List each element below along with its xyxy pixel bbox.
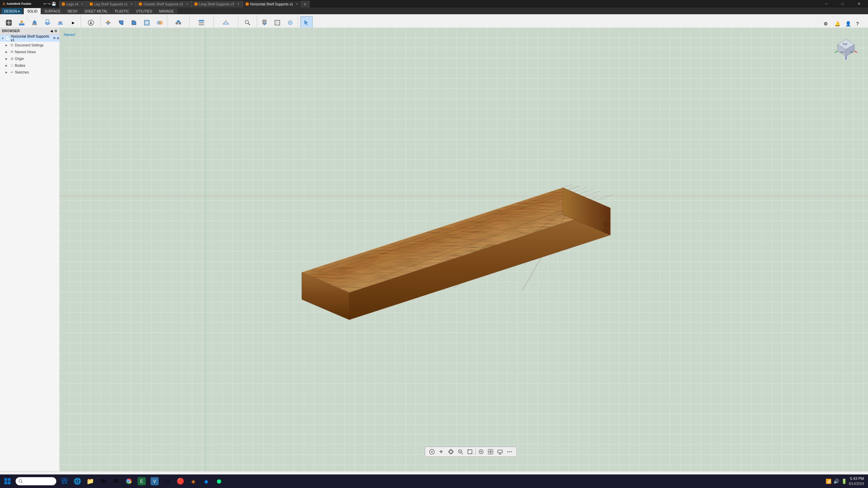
tray-battery-icon[interactable]: 🔋 <box>841 479 847 484</box>
tab-close-legs[interactable]: ✕ <box>81 2 84 6</box>
tab-close-long-shelf[interactable]: ✕ <box>237 2 240 6</box>
taskbar-store-btn[interactable]: 🛍 <box>97 475 109 487</box>
tab-long-shelf[interactable]: Long Shelf Supports v3 ✕ <box>192 1 243 7</box>
tab-outside-shelf[interactable]: Outside Shelf Supports v3 ✕ <box>136 1 191 7</box>
design-mode-selector[interactable]: DESIGN ▾ <box>1 8 22 14</box>
browser-header: BROWSER ◀ ⚙ <box>0 27 59 35</box>
configure-table-icon <box>198 19 205 26</box>
inspect-measure-btn[interactable] <box>241 16 254 29</box>
search-taskbar-btn[interactable] <box>14 475 58 487</box>
insert-derive-btn[interactable] <box>258 16 271 29</box>
redo-btn[interactable]: ↪ <box>47 2 51 6</box>
display-settings-btn[interactable] <box>496 448 504 456</box>
press-pull-btn[interactable] <box>102 16 114 29</box>
pan-btn[interactable]: ✥ <box>437 448 446 456</box>
taskbar-tray: 📶 🔊 🔋 5:43 PM 8/14/2024 <box>826 476 867 486</box>
fit-to-screen-btn[interactable] <box>466 448 474 456</box>
tab-horiz-shelf[interactable]: Horizontal Shelf Supports v1 ✕ <box>243 1 302 7</box>
taskbar-chrome-btn[interactable] <box>123 475 135 487</box>
ribbon-tab-surface[interactable]: SURFACE <box>41 8 64 14</box>
construct-plane-btn[interactable] <box>220 16 232 29</box>
view-options-btn[interactable] <box>477 448 485 456</box>
help-icon: ? <box>856 21 862 27</box>
browser-expand-icon[interactable]: ◀ <box>50 29 53 33</box>
configure-table-btn[interactable] <box>195 16 208 29</box>
ribbon-tab-sheet-metal[interactable]: SHEET METAL <box>81 8 111 14</box>
svg-rect-106 <box>8 478 11 481</box>
insert-canvas-btn[interactable] <box>271 16 283 29</box>
zoom-btn[interactable] <box>456 448 465 456</box>
root-eye-icon[interactable]: 👁 <box>53 37 56 40</box>
tray-volume-icon[interactable]: 🔊 <box>833 479 839 484</box>
new-component-btn[interactable] <box>3 16 15 29</box>
taskbar-app8-btn[interactable]: V <box>149 475 161 487</box>
browser-settings-icon[interactable]: ⚙ <box>54 29 57 33</box>
extrude-icon <box>31 19 38 26</box>
ribbon-tab-solid[interactable]: SOLID <box>24 8 41 14</box>
insert-decal-btn[interactable]: D <box>284 16 296 29</box>
navigate-btn[interactable] <box>428 448 436 456</box>
fillet-btn[interactable] <box>115 16 127 29</box>
extrude-btn[interactable] <box>28 16 41 29</box>
inspect-measure-icon <box>244 19 251 26</box>
taskbar-edge-btn[interactable]: 🌐 <box>71 475 83 487</box>
press-pull-icon <box>104 19 112 26</box>
view-cube[interactable]: TOP LEFT FR <box>834 38 858 61</box>
browser-item-named-views[interactable]: ▶ 👁 Named Views <box>0 48 59 55</box>
combine-btn[interactable] <box>154 16 166 29</box>
taskbar-app12-btn[interactable]: ◆ <box>200 475 212 487</box>
new-tab-btn[interactable]: + <box>301 1 310 7</box>
viewport[interactable]: TOP LEFT FR Named ` <box>60 27 868 471</box>
tray-network-icon[interactable]: 📶 <box>826 479 831 484</box>
ribbon-tab-plastic[interactable]: PLASTIC <box>112 8 133 14</box>
taskbar-app9-btn[interactable]: ⬡ <box>161 475 174 487</box>
tab-leg-shelf[interactable]: Leg Shelf Supports v1 ✕ <box>87 1 136 7</box>
root-settings-icon[interactable]: ⚙ <box>57 37 59 40</box>
tab-close-horiz-shelf[interactable]: ✕ <box>296 2 298 6</box>
start-button[interactable] <box>1 475 14 487</box>
orbit-btn[interactable] <box>447 448 455 456</box>
svg-line-85 <box>461 453 463 454</box>
browser-item-sketches[interactable]: ▶ ✏ Sketches <box>0 69 59 76</box>
more-create-btn[interactable]: ▸ <box>67 16 79 29</box>
taskbar-app7-btn[interactable]: E <box>136 475 148 487</box>
plank-3d-model[interactable] <box>285 140 610 350</box>
select-mode-btn[interactable] <box>300 16 313 29</box>
browser-item-origin[interactable]: ▶ ⊕ Origin <box>0 55 59 62</box>
ribbon-tab-utilities[interactable]: UTILITIES <box>133 8 156 14</box>
tab-close-leg-shelf[interactable]: ✕ <box>130 2 133 6</box>
tray-datetime[interactable]: 5:43 PM 8/14/2024 <box>849 476 864 486</box>
ribbon-tab-mesh[interactable]: MESH <box>64 8 81 14</box>
taskbar-explorer-btn[interactable]: 📁 <box>84 475 96 487</box>
taskbar-app11-btn[interactable]: ◈ <box>187 475 199 487</box>
edge-icon: 🌐 <box>73 477 81 485</box>
more-options-btn[interactable] <box>506 448 514 456</box>
sketch-btn[interactable] <box>16 16 28 29</box>
taskbar-mail-btn[interactable]: ✉ <box>110 475 122 487</box>
task-view-icon <box>60 477 68 485</box>
browser-root-item[interactable]: ▼ 📄 Horizontal Shelf Supports v1 👁 ⚙ <box>0 35 59 42</box>
ribbon-tab-manage[interactable]: MANAGE <box>156 8 177 14</box>
svg-text:LEFT: LEFT <box>840 51 845 53</box>
browser-item-bodies[interactable]: ▶ □ Bodies <box>0 62 59 69</box>
minimize-btn[interactable]: ─ <box>818 0 834 7</box>
assemble-btn[interactable] <box>172 16 184 29</box>
automate-btn[interactable] <box>85 16 97 29</box>
tab-close-outside-shelf[interactable]: ✕ <box>186 2 189 6</box>
chamfer-btn[interactable] <box>128 16 140 29</box>
revolve-btn[interactable] <box>41 16 54 29</box>
shell-btn[interactable] <box>141 16 153 29</box>
loft-btn[interactable] <box>54 16 66 29</box>
undo-btn[interactable]: ↩ <box>43 2 46 6</box>
browser-item-doc-settings[interactable]: ▶ ⚙ Document Settings <box>0 42 59 48</box>
taskbar-app13-btn[interactable]: ⬢ <box>213 475 225 487</box>
maximize-btn[interactable]: □ <box>835 0 850 7</box>
grid-settings-btn[interactable] <box>487 448 495 456</box>
task-view-btn[interactable] <box>58 475 71 487</box>
tab-legs[interactable]: Legs v4 ✕ <box>59 1 87 7</box>
save-btn[interactable]: 💾 <box>52 2 56 6</box>
close-btn[interactable]: ✕ <box>851 0 867 7</box>
taskbar-app10-btn[interactable]: 🔴 <box>174 475 186 487</box>
app13-icon: ⬢ <box>215 477 223 485</box>
svg-rect-108 <box>8 482 11 484</box>
